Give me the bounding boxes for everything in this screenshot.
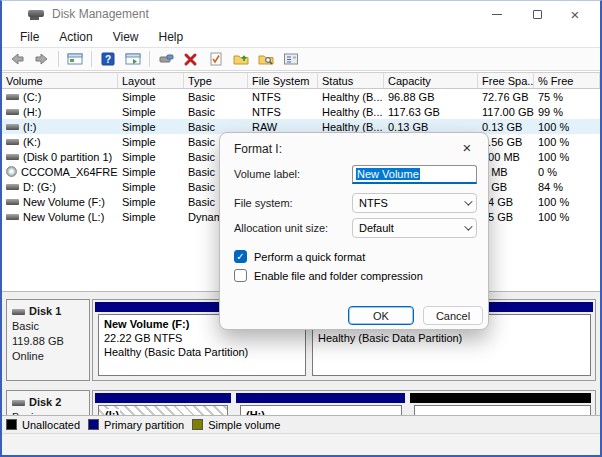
ok-button[interactable]: OK xyxy=(348,306,414,325)
cell-layout: Simple xyxy=(118,209,184,224)
cell-layout: Simple xyxy=(118,119,184,134)
col-type[interactable]: Type xyxy=(184,73,248,88)
delete-icon[interactable] xyxy=(180,49,202,69)
cell-fs: NTFS xyxy=(248,104,318,119)
forward-icon[interactable] xyxy=(31,49,53,69)
properties-icon[interactable] xyxy=(280,49,302,69)
format-dialog: Format I: × Volume label: New Volume Fil… xyxy=(219,132,489,330)
volume-list-header: Volume Layout Type File System Status Ca… xyxy=(2,72,600,89)
col-file-system[interactable]: File System xyxy=(248,73,318,88)
disk1-kind: Basic xyxy=(12,319,84,334)
cell-status: Healthy (B... xyxy=(318,104,384,119)
cell-volume: New Volume (F:) xyxy=(23,196,105,208)
cell-pct: 84 % xyxy=(534,179,600,194)
cell-free: 72.76 GB xyxy=(478,89,534,104)
cell-volume: (H:) xyxy=(23,106,41,118)
col-volume[interactable]: Volume xyxy=(2,73,118,88)
cell-free: 0.13 GB xyxy=(478,119,534,134)
legend-unallocated: Unallocated xyxy=(6,419,80,431)
volume-icon xyxy=(6,199,19,205)
disk-icon xyxy=(12,400,25,406)
toolbar-separator xyxy=(149,51,150,67)
compression-checkbox[interactable] xyxy=(234,269,247,282)
volume-icon xyxy=(6,94,19,100)
find-icon[interactable] xyxy=(255,49,277,69)
disk2-strip-2 xyxy=(236,393,405,403)
col-pct-free[interactable]: % Free xyxy=(534,73,600,88)
cell-status: Healthy (B... xyxy=(318,89,384,104)
legend-label: Simple volume xyxy=(208,419,280,431)
allocation-select[interactable]: Default xyxy=(352,218,477,238)
col-layout[interactable]: Layout xyxy=(118,73,184,88)
quick-format-checkbox[interactable]: ✓ xyxy=(234,250,247,263)
cell-type: Basic xyxy=(184,104,248,119)
check-volume-icon[interactable] xyxy=(205,49,227,69)
cell-pct: 100 % xyxy=(534,209,600,224)
window-title: Disk Management xyxy=(52,7,149,21)
cell-pct: 75 % xyxy=(534,89,600,104)
menu-action[interactable]: Action xyxy=(49,28,102,46)
cell-pct: 99 % xyxy=(534,104,600,119)
legend-label: Primary partition xyxy=(104,419,184,431)
menu-bar: File Action View Help xyxy=(2,27,600,47)
refresh-icon[interactable] xyxy=(155,49,177,69)
cell-pct: 100 % xyxy=(534,149,600,164)
title-bar: Disk Management × xyxy=(2,1,600,27)
cell-pct: 0 % xyxy=(534,164,600,179)
back-icon[interactable] xyxy=(6,49,28,69)
maximize-button[interactable] xyxy=(520,1,554,27)
disk2-strip-1 xyxy=(95,393,231,403)
cell-volume: (Disk 0 partition 1) xyxy=(23,151,112,163)
minimize-button[interactable] xyxy=(480,1,514,27)
col-capacity[interactable]: Capacity xyxy=(384,73,478,88)
primary-partition-swatch xyxy=(88,419,99,430)
menu-file[interactable]: File xyxy=(10,28,49,46)
disk1-size: 119.88 GB xyxy=(12,334,84,349)
col-status[interactable]: Status xyxy=(318,73,384,88)
disk-management-window: Disk Management × File Action View Help … xyxy=(0,0,602,457)
show-console-tree-icon[interactable] xyxy=(122,49,144,69)
toolbar-separator xyxy=(58,51,59,67)
quick-format-row: ✓ Perform a quick format xyxy=(234,250,365,263)
file-system-select[interactable]: NTFS xyxy=(352,193,477,213)
menu-view[interactable]: View xyxy=(103,28,149,46)
partition-health: Healthy (Basic Data Partition) xyxy=(318,331,585,345)
cell-type: Basic xyxy=(184,89,248,104)
cell-capacity: 96.88 GB xyxy=(384,89,478,104)
quick-format-label: Perform a quick format xyxy=(254,251,365,263)
dialog-title: Format I: xyxy=(234,142,282,156)
disk-icon xyxy=(12,309,25,315)
cell-volume: New Volume (L:) xyxy=(23,211,104,223)
cell-layout: Simple xyxy=(118,164,184,179)
chevron-down-icon xyxy=(464,197,472,205)
disk1-status: Online xyxy=(12,349,84,364)
dialog-close-icon[interactable]: × xyxy=(458,139,476,156)
col-free-space[interactable]: Free Spa... xyxy=(478,73,534,88)
cancel-button[interactable]: Cancel xyxy=(423,306,483,325)
open-folder-icon[interactable] xyxy=(230,49,252,69)
volume-icon xyxy=(6,139,19,145)
compression-row: Enable file and folder compression xyxy=(234,269,423,282)
cell-pct: 100 % xyxy=(534,119,600,134)
volume-label-input[interactable]: New Volume xyxy=(352,165,477,184)
cell-free: 117.00 GB xyxy=(478,104,534,119)
file-system-label: File system: xyxy=(234,197,293,209)
console-window-icon[interactable] xyxy=(64,49,86,69)
volume-label-label: Volume label: xyxy=(234,168,300,180)
table-row[interactable]: (H:) Simple Basic NTFS Healthy (B... 117… xyxy=(2,104,600,119)
cell-layout: Simple xyxy=(118,179,184,194)
cell-capacity: 117.63 GB xyxy=(384,104,478,119)
cell-layout: Simple xyxy=(118,134,184,149)
compression-label: Enable file and folder compression xyxy=(254,270,423,282)
disk1-label[interactable]: Disk 1 Basic 119.88 GB Online xyxy=(6,299,90,381)
file-system-value: NTFS xyxy=(359,197,388,209)
partition-health: Healthy (Basic Data Partition) xyxy=(104,345,300,359)
legend-label: Unallocated xyxy=(22,419,80,431)
menu-help[interactable]: Help xyxy=(149,28,194,46)
legend-primary-partition: Primary partition xyxy=(88,419,184,431)
close-button[interactable]: × xyxy=(558,1,592,27)
svg-text:?: ? xyxy=(105,54,111,65)
help-icon[interactable]: ? xyxy=(97,49,119,69)
disk2-strip-3 xyxy=(410,393,591,403)
table-row[interactable]: (C:) Simple Basic NTFS Healthy (B... 96.… xyxy=(2,89,600,104)
